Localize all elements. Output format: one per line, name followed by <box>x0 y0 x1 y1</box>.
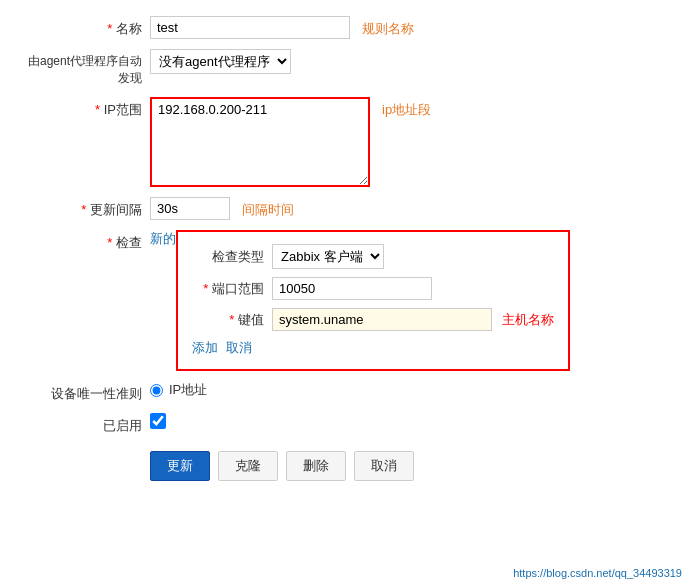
ip-label: IP范围 <box>20 97 150 119</box>
unique-radio-group: IP地址 <box>150 381 207 399</box>
delete-button[interactable]: 删除 <box>286 451 346 481</box>
agent-label: 由agent代理程序自动发现 <box>20 49 150 87</box>
check-type-row: 检查类型 Zabbix 客户端 <box>192 244 554 269</box>
ip-range-row: IP范围 192.168.0.200-211 ip地址段 <box>20 97 672 187</box>
unique-radio-ip[interactable] <box>150 384 163 397</box>
enabled-label: 已启用 <box>20 413 150 435</box>
key-input[interactable] <box>272 308 492 331</box>
check-new-link[interactable]: 新的 <box>150 231 176 246</box>
ip-annotation: ip地址段 <box>382 97 431 119</box>
interval-control: 间隔时间 <box>150 197 672 220</box>
buttons-control: 更新 克隆 删除 取消 <box>150 445 672 481</box>
discovery-rule-form: 名称 规则名称 由agent代理程序自动发现 没有agent代理程序 IP范围 … <box>0 0 692 507</box>
agent-control: 没有agent代理程序 <box>150 49 672 74</box>
name-input[interactable] <box>150 16 350 39</box>
name-annotation: 规则名称 <box>362 16 414 38</box>
unique-control: IP地址 <box>150 381 672 399</box>
cancel-button[interactable]: 取消 <box>354 451 414 481</box>
watermark: https://blog.csdn.net/qq_34493319 <box>513 567 682 579</box>
unique-row: 设备唯一性准则 IP地址 <box>20 381 672 403</box>
check-type-label: 检查类型 <box>192 248 272 266</box>
add-link[interactable]: 添加 <box>192 339 218 357</box>
clone-button[interactable]: 克隆 <box>218 451 278 481</box>
agent-select[interactable]: 没有agent代理程序 <box>150 49 291 74</box>
port-label: 端口范围 <box>192 280 272 298</box>
name-row: 名称 规则名称 <box>20 16 672 39</box>
interval-row: 更新间隔 间隔时间 <box>20 197 672 220</box>
port-input[interactable] <box>272 277 432 300</box>
ip-range-input[interactable]: 192.168.0.200-211 <box>150 97 370 187</box>
name-control: 规则名称 <box>150 16 672 39</box>
name-label: 名称 <box>20 16 150 38</box>
ip-control: 192.168.0.200-211 ip地址段 <box>150 97 672 187</box>
enabled-control <box>150 413 672 429</box>
interval-annotation: 间隔时间 <box>242 197 294 219</box>
check-label: 检查 <box>20 230 150 252</box>
interval-input[interactable] <box>150 197 230 220</box>
agent-row: 由agent代理程序自动发现 没有agent代理程序 <box>20 49 672 87</box>
add-cancel-row: 添加 取消 <box>192 339 554 357</box>
key-label: 键值 <box>192 311 272 329</box>
interval-label: 更新间隔 <box>20 197 150 219</box>
check-control: 新的 检查类型 Zabbix 客户端 端口范围 键值 <box>150 230 672 371</box>
unique-label: 设备唯一性准则 <box>20 381 150 403</box>
check-inner-box: 检查类型 Zabbix 客户端 端口范围 键值 主机名称 <box>176 230 570 371</box>
buttons-row: 更新 克隆 删除 取消 <box>150 445 414 481</box>
key-annotation: 主机名称 <box>502 311 554 329</box>
cancel-check-link[interactable]: 取消 <box>226 339 252 357</box>
enabled-checkbox[interactable] <box>150 413 166 429</box>
buttons-row-outer: 更新 克隆 删除 取消 <box>20 445 672 481</box>
key-row: 键值 主机名称 <box>192 308 554 331</box>
check-row: 检查 新的 检查类型 Zabbix 客户端 端口范围 <box>20 230 672 371</box>
check-type-select[interactable]: Zabbix 客户端 <box>272 244 384 269</box>
update-button[interactable]: 更新 <box>150 451 210 481</box>
unique-radio-ip-label: IP地址 <box>169 381 207 399</box>
enabled-row: 已启用 <box>20 413 672 435</box>
buttons-spacer <box>20 445 150 449</box>
port-row: 端口范围 <box>192 277 554 300</box>
